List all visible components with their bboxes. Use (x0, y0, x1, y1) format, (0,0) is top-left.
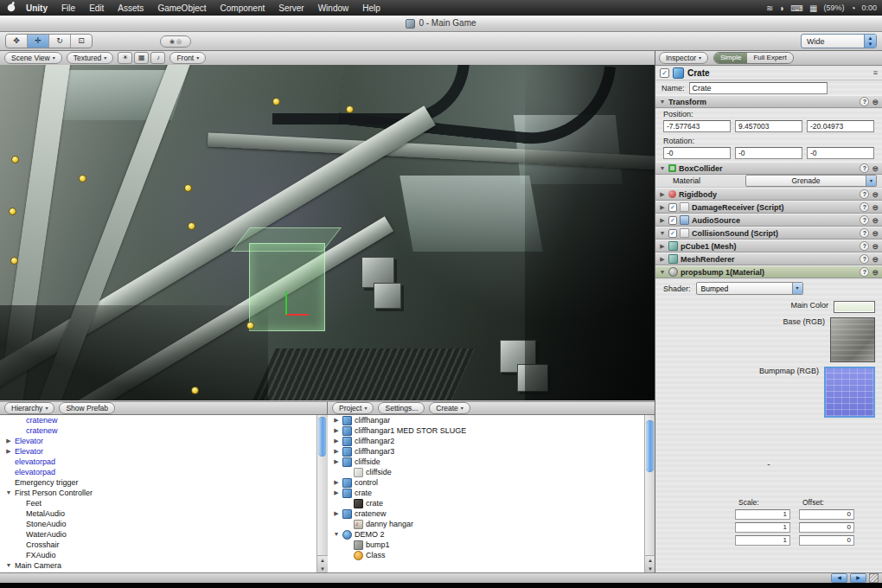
disclosure-triangle[interactable]: ▼ (5, 488, 12, 498)
offset-field[interactable]: 0 (799, 509, 854, 520)
light-gizmo-icon[interactable] (9, 208, 16, 215)
disclosure-triangle[interactable]: ▶ (333, 477, 340, 488)
transform-header[interactable]: ▼ Transform ?⊜ (655, 95, 882, 108)
menu-file[interactable]: File (54, 3, 82, 13)
menu-unity[interactable]: Unity (19, 3, 54, 13)
project-item[interactable]: ▶cliffside (328, 457, 644, 467)
disclosure-triangle[interactable]: ▶ (333, 488, 340, 498)
help-icon[interactable]: ? (860, 97, 869, 106)
active-checkbox[interactable]: ✓ (660, 68, 669, 78)
light-gizmo-icon[interactable] (184, 184, 192, 192)
enabled-checkbox[interactable]: ✓ (668, 216, 677, 225)
disclosure-triangle[interactable]: ▼ (659, 230, 666, 236)
context-menu-icon[interactable]: ⊜ (872, 242, 879, 251)
help-icon[interactable]: ? (860, 254, 869, 264)
disclosure-triangle[interactable]: ▶ (659, 217, 666, 224)
hierarchy-menu[interactable]: Hierarchy▾ (4, 402, 54, 414)
project-item[interactable]: ▶control (328, 477, 644, 488)
disclosure-triangle[interactable]: ▼ (333, 529, 340, 540)
project-menu[interactable]: Project▾ (332, 402, 374, 414)
project-item[interactable]: crate (328, 498, 644, 508)
tab-simple[interactable]: Simple (714, 53, 747, 63)
hierarchy-item[interactable]: elevatorpad (0, 467, 316, 477)
scrollbar-thumb[interactable] (646, 420, 654, 472)
hierarchy-item[interactable]: Crosshair (0, 540, 316, 550)
layout-dropdown[interactable]: Wide ▲▼ (801, 34, 877, 48)
rotation-y-field[interactable]: -0 (735, 147, 802, 159)
scale-field[interactable]: 1 (735, 522, 790, 533)
disclosure-triangle[interactable]: ▶ (333, 508, 340, 519)
hierarchy-item[interactable]: Emergency trigger (0, 477, 316, 488)
help-icon[interactable]: ? (860, 228, 869, 238)
scale-field[interactable]: 1 (735, 535, 790, 546)
hierarchy-item[interactable]: cratenew (0, 425, 316, 436)
disclosure-triangle[interactable]: ▶ (659, 256, 666, 263)
hierarchy-item[interactable]: ▼Main Camera (0, 560, 316, 571)
hierarchy-item[interactable]: FXAudio (0, 550, 316, 560)
project-item[interactable]: ▶cliffhangar (328, 415, 644, 425)
airport-icon[interactable]: ≋ (766, 3, 773, 13)
help-icon[interactable]: ? (860, 189, 869, 199)
disclosure-triangle[interactable]: ▼ (659, 99, 666, 105)
component-header-damagereceiver-script[interactable]: ▶✓DamageReceiver (Script)?⊜ (655, 201, 882, 214)
project-item[interactable]: bump1 (328, 540, 644, 550)
rotation-z-field[interactable]: -0 (807, 147, 874, 159)
chat-icon[interactable]: ◗ (779, 3, 784, 13)
component-header-meshrenderer[interactable]: ▶MeshRenderer?⊜ (655, 252, 882, 265)
help-icon[interactable]: ? (860, 267, 869, 277)
light-gizmo-icon[interactable] (188, 222, 195, 230)
light-gizmo-icon[interactable] (246, 322, 254, 329)
project-item[interactable]: ▶cliffhangar1 MED STOR SLUGE (328, 425, 644, 436)
context-menu-icon[interactable]: ⊜ (872, 216, 879, 225)
enabled-checkbox[interactable]: ✓ (668, 203, 677, 212)
menu-clock[interactable]: 0:00 (861, 3, 877, 12)
disclosure-triangle[interactable]: ▶ (5, 436, 12, 446)
scale-tool[interactable]: ⊡ (71, 35, 92, 48)
scrollbar-arrows[interactable]: ▲▼ (317, 555, 328, 573)
component-header-rigidbody[interactable]: ▶Rigidbody?⊜ (655, 188, 882, 201)
rotation-x-field[interactable]: -0 (663, 147, 731, 159)
disclosure-triangle[interactable]: ▶ (333, 446, 340, 457)
apple-menu[interactable] (5, 2, 17, 14)
disclosure-triangle[interactable]: ▶ (659, 243, 666, 250)
context-menu-icon[interactable]: ⊜ (872, 203, 879, 212)
disclosure-triangle[interactable]: ▶ (333, 425, 340, 436)
enabled-checkbox[interactable]: ✓ (668, 229, 677, 238)
resize-grip[interactable] (869, 573, 879, 583)
hierarchy-item[interactable]: WaterAudio (0, 529, 316, 540)
component-header-pcube1-mesh[interactable]: ▶pCube1 (Mesh)?⊜ (655, 240, 882, 252)
keyboard-icon[interactable]: ⌨ (791, 3, 803, 13)
page-back-button[interactable]: ◀ (831, 573, 847, 583)
project-item[interactable]: ▶cliffhangar2 (328, 436, 644, 446)
snap-controls[interactable]: ◉ ◎ (160, 35, 191, 48)
scale-field[interactable]: 1 (735, 509, 790, 520)
component-header-collisionsound-script[interactable]: ▼✓CollisionSound (Script)?⊜ (655, 227, 882, 240)
audio-toggle-icon[interactable]: ♪ (150, 52, 165, 64)
help-icon[interactable]: ? (860, 202, 869, 212)
page-forward-button[interactable]: ▶ (850, 573, 866, 583)
menu-assets[interactable]: Assets (111, 3, 150, 13)
shader-dropdown[interactable]: Bumped ▾ (696, 282, 803, 295)
project-item[interactable]: ▼DEMO 2 (328, 529, 644, 540)
scene-viewport[interactable] (0, 65, 655, 400)
project-item[interactable]: ▶cratenew (328, 508, 644, 519)
project-item[interactable]: ▶crate (328, 488, 644, 498)
help-icon[interactable]: ? (860, 163, 869, 173)
main-color-swatch[interactable] (834, 301, 875, 313)
disclosure-triangle[interactable]: ▶ (659, 204, 666, 211)
disclosure-triangle[interactable]: ▼ (659, 165, 666, 171)
hierarchy-item[interactable]: MetalAudio (0, 508, 316, 519)
component-header-audiosource[interactable]: ▶✓AudioSource?⊜ (655, 214, 882, 227)
menu-help[interactable]: Help (355, 3, 387, 13)
offset-field[interactable]: 0 (799, 522, 854, 533)
material-dropdown[interactable]: Grenade▾ (745, 175, 877, 187)
bumpmap-texture-thumb[interactable] (824, 367, 875, 418)
hierarchy-item[interactable]: StoneAudio (0, 519, 316, 529)
battery-status[interactable]: (59%) (823, 3, 844, 12)
light-gizmo-icon[interactable] (10, 257, 18, 265)
menu-window[interactable]: Window (311, 3, 356, 13)
context-menu-icon[interactable]: ⊜ (872, 98, 879, 106)
scene-view-menu[interactable]: Scene View▾ (4, 52, 62, 64)
settings-button[interactable]: Settings... (378, 402, 425, 414)
component-header-propsbump-1-material[interactable]: ▼propsbump 1(Material)?⊜ (655, 265, 882, 278)
